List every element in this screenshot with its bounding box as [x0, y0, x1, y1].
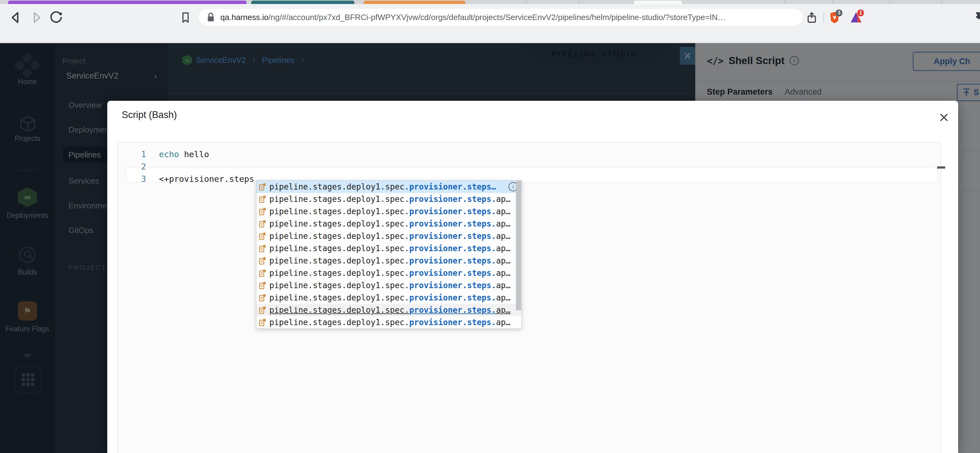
code-line-3: <+provisioner.steps.: [159, 174, 259, 184]
scrollbar-cursor-marker: [937, 167, 945, 168]
browser-tab-strip: [0, 0, 980, 4]
line-number: 1: [118, 149, 146, 159]
toolbar-separator: [823, 13, 824, 22]
browser-toolbar: qa.harness.io/ng/#/account/px7xd_BFRCi-p…: [0, 4, 980, 27]
lock-icon: [206, 12, 215, 22]
autocomplete-dropdown: pipeline.stages.deploy1.spec.provisioner…: [256, 180, 522, 329]
suggestion-item[interactable]: pipeline.stages.deploy1.spec.provisioner…: [256, 242, 522, 254]
tab-group-teal[interactable]: [251, 1, 355, 4]
suggestion-item[interactable]: pipeline.stages.deploy1.spec.provisioner…: [256, 193, 522, 205]
extension-badge: 1: [858, 10, 864, 16]
suggestion-item[interactable]: pipeline.stages.deploy1.spec.provisioner…: [256, 218, 522, 230]
brave-shields-icon[interactable]: 3: [828, 11, 841, 24]
suggest-list: pipeline.stages.deploy1.spec.provisioner…: [256, 181, 522, 329]
field-icon: [259, 220, 266, 228]
suggestion-item[interactable]: pipeline.stages.deploy1.spec.provisioner…: [256, 230, 522, 242]
field-icon: [259, 269, 266, 277]
forward-button[interactable]: [29, 11, 43, 24]
dropdown-scrollbar[interactable]: [516, 181, 521, 310]
suggestion-item[interactable]: pipeline.stages.deploy1.spec.provisioner…: [256, 267, 522, 279]
url-bar[interactable]: qa.harness.io/ng/#/account/px7xd_BFRCi-p…: [199, 9, 803, 25]
back-button[interactable]: [9, 11, 23, 24]
suggestion-item[interactable]: pipeline.stages.deploy1.spec.provisioner…: [256, 181, 522, 193]
field-icon: [259, 318, 266, 326]
field-icon: [259, 195, 266, 203]
field-icon: [259, 232, 266, 240]
line-number: 2: [118, 162, 146, 171]
field-icon: [259, 294, 266, 302]
field-icon: [259, 244, 266, 253]
script-editor-modal: Script (Bash) 1 2 3 echo hello <+provisi…: [107, 101, 958, 453]
modal-close-button[interactable]: [938, 111, 950, 124]
refresh-button[interactable]: [49, 11, 63, 24]
suggestion-item[interactable]: pipeline.stages.deploy1.spec.provisioner…: [256, 291, 522, 304]
suggestion-item[interactable]: pipeline.stages.deploy1.spec.provisioner…: [256, 279, 522, 291]
puzzle-extensions-icon[interactable]: [971, 10, 980, 23]
line-number: 3: [118, 174, 146, 184]
active-tab[interactable]: [634, 1, 682, 4]
field-icon: [259, 207, 266, 215]
share-icon[interactable]: [805, 11, 819, 24]
extension-icon[interactable]: 1: [850, 11, 863, 24]
url-text: qa.harness.io/ng/#/account/px7xd_BFRCi-p…: [220, 13, 726, 22]
tab-group-orange[interactable]: [364, 1, 465, 4]
field-icon: [259, 306, 266, 314]
modal-title: Script (Bash): [122, 110, 177, 121]
field-icon: [259, 281, 266, 289]
bookmark-flag-icon[interactable]: [179, 11, 192, 24]
suggestion-item[interactable]: pipeline.stages.deploy1.spec.provisioner…: [256, 205, 522, 218]
code-line-1: echo hello: [159, 149, 209, 159]
suggestion-item[interactable]: pipeline.stages.deploy1.spec.provisioner…: [256, 254, 522, 267]
field-icon: [259, 183, 266, 191]
shields-badge: 3: [836, 10, 842, 16]
suggestion-item[interactable]: pipeline.stages.deploy1.spec.provisioner…: [256, 304, 522, 316]
suggestion-item[interactable]: pipeline.stages.deploy1.spec.provisioner…: [256, 316, 522, 329]
bookmarks-bar: Harness Q4 Q1: [0, 27, 980, 42]
field-icon: [259, 257, 266, 265]
tab-group-purple[interactable]: [8, 1, 247, 4]
code-editor[interactable]: 1 2 3 echo hello <+provisioner.steps.: [118, 142, 941, 453]
